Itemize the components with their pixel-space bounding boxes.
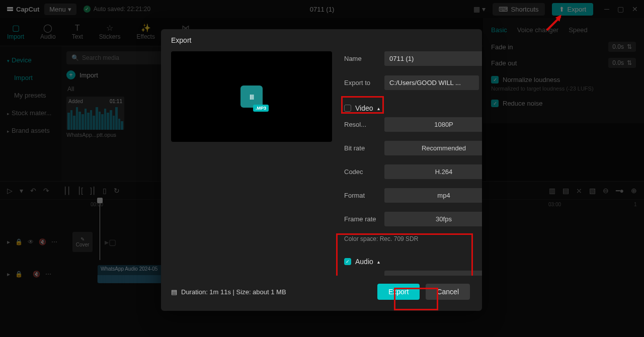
film-icon: ▤ [171,288,177,296]
modal-cancel-button[interactable]: Cancel [426,284,470,300]
export-info: ▤ Duration: 1m 11s | Size: about 1 MB [171,288,286,296]
bitrate-dropdown[interactable]: Recommended [384,141,482,155]
audioformat-dropdown[interactable]: MP3 [384,271,482,276]
codec-dropdown[interactable]: H.264 [384,164,482,179]
video-section-toggle[interactable]: Video▴ [344,99,482,117]
colorspace-label: Color space: Rec. 709 SDR [344,235,482,242]
export-preview: ||||| .MP3 [171,51,332,142]
name-label: Name [344,55,378,62]
exportto-input[interactable] [384,75,479,90]
framerate-dropdown[interactable]: 30fps [384,212,482,226]
name-input[interactable] [384,51,482,66]
modal-title: Export [161,29,482,51]
resolution-dropdown[interactable]: 1080P [384,117,482,132]
videoformat-dropdown[interactable]: mp4 [384,188,482,203]
modal-export-button[interactable]: Export [377,284,420,300]
export-modal: Export ||||| .MP3 Name Export to 📁 Video… [161,29,482,311]
exportto-label: Export to [344,79,378,87]
audio-section-toggle[interactable]: ✓Audio▴ [344,252,482,271]
mp3-icon: ||||| .MP3 [240,86,263,108]
